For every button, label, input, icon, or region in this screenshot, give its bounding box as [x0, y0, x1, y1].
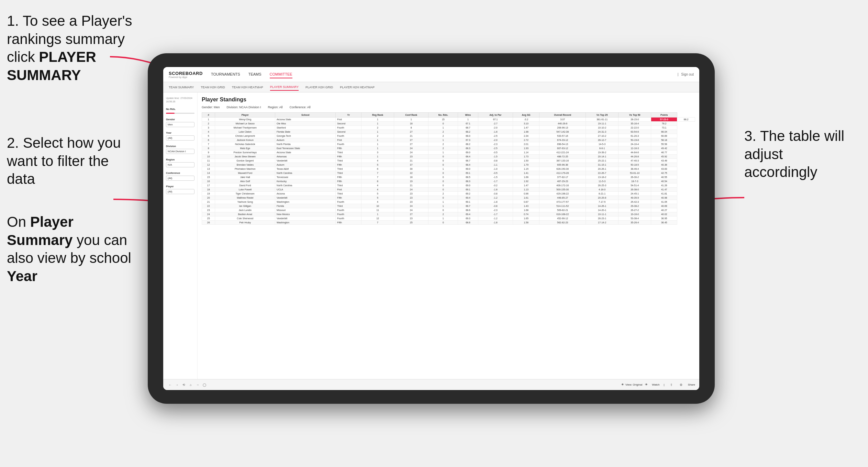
table-cell: 25-22-1 [586, 159, 619, 163]
table-cell: 5 [361, 196, 394, 200]
sidebar-region-select[interactable]: N/A [166, 162, 194, 167]
sidebar-region: Region N/A [166, 158, 194, 167]
sidebar-gender-select[interactable]: Men [166, 122, 194, 127]
table-cell: 26-25-3 [586, 184, 619, 188]
table-cell: Ole Miss [275, 122, 336, 126]
table-cell: 42.75 [651, 171, 677, 175]
table-area: Player Standings Gender: Men Division: N… [198, 92, 699, 379]
table-cell: 14-5-3 [586, 142, 619, 146]
table-cell: 1.65 [513, 216, 539, 221]
sub-nav-player-h2h-heatmap[interactable]: PLAYER H2H HEATMAP [340, 84, 375, 90]
table-cell: 58.18 [651, 138, 677, 142]
toolbar-clock-btn[interactable]: ◯ [202, 382, 207, 388]
table-cell: 7 [361, 221, 394, 225]
sub-nav-team-h2h-heatmap[interactable]: TEAM H2H HEATMAP [232, 84, 263, 90]
toolbar-export-btn[interactable]: ⇧ [669, 382, 674, 388]
table-cell: Arkansas [275, 155, 336, 159]
table-cell: Michael Thorbjornsen [215, 126, 275, 130]
sub-nav-team-summary[interactable]: TEAM SUMMARY [169, 84, 194, 90]
table-cell: 1.92 [513, 179, 539, 184]
table-cell: 377-82-17 [539, 175, 586, 179]
table-cell: 69.1 [458, 188, 478, 192]
table-cell: 41.81 [651, 192, 677, 196]
table-cell: North Carolina [275, 171, 336, 175]
toolbar-forward-btn[interactable]: → [174, 382, 180, 388]
table-cell: 6 [361, 167, 394, 171]
table-cell: 54-51-4 [619, 184, 651, 188]
view-label[interactable]: View: Original [625, 383, 642, 386]
table-cell: Third [336, 192, 361, 196]
table-cell: -1.7 [478, 179, 513, 184]
table-cell: 18 [394, 122, 429, 126]
toolbar-home-btn[interactable]: ⌂ [188, 382, 193, 388]
nav-teams[interactable]: TEAMS [248, 71, 261, 78]
table-cell: 43.83 [651, 167, 677, 171]
table-cell: 22 [394, 171, 429, 175]
toolbar-copy-btn[interactable]: ⎓ [195, 382, 200, 388]
table-cell: 605-96-38 [539, 163, 586, 167]
table-cell: Yashvon Song [215, 200, 275, 204]
instruction-step2-text: 2. Select how you want to filter the dat… [7, 135, 121, 187]
table-cell: 12 [202, 163, 215, 167]
table-cell: Phichaksn Maichon [215, 167, 275, 171]
table-cell: 27 [394, 138, 429, 142]
table-cell: First [336, 188, 361, 192]
sub-nav-player-summary[interactable]: PLAYER SUMMARY [270, 84, 299, 91]
table-row: 21Yashvon SongWashingtonFourth423169.1-1… [202, 200, 695, 204]
sidebar-conference-select[interactable]: (All) [166, 176, 194, 181]
table-cell: 674-33-12 [539, 138, 586, 142]
nav-tournaments[interactable]: TOURNAMENTS [211, 71, 240, 78]
table-cell: 25 [394, 221, 429, 225]
table-cell: 24-10-4 [619, 142, 651, 146]
table-cell: 40.02 [651, 212, 677, 216]
table-cell: 20-26-1 [586, 167, 619, 171]
table-cell: 1 [429, 204, 458, 208]
toolbar-refresh-btn[interactable]: ⟲ [181, 382, 187, 388]
table-cell: Vanderbilt [275, 196, 336, 200]
table-cell: Texas A&M [275, 167, 336, 171]
table-cell: 49.42 [651, 146, 677, 151]
table-cell: -2.3 [478, 142, 513, 146]
table-cell: 1.73 [513, 155, 539, 159]
table-cell: Third [336, 151, 361, 155]
table-row: 13Phichaksn MaichonTexas A&MThird630169.… [202, 167, 695, 171]
table-cell: 61-20-3 [619, 134, 651, 138]
table-cell: Third [336, 171, 361, 175]
filter-division: Division: NCAA Division I [227, 105, 261, 109]
table-cell: 41.47 [651, 188, 677, 192]
table-cell: 3.10 [513, 122, 539, 126]
table-cell: 28-12-7 [586, 138, 619, 142]
table-cell: 49-35-9 [619, 196, 651, 200]
table-cell: 28-15-0 [619, 118, 651, 122]
table-cell: 1 [361, 122, 394, 126]
table-cell: 45.92 [651, 155, 677, 159]
sub-nav-team-h2h-grid[interactable]: TEAM H2H GRID [201, 84, 225, 90]
table-cell: 69.4 [458, 212, 478, 216]
table-cell: Florida [275, 204, 336, 208]
sidebar-player-select[interactable]: (All) [166, 189, 194, 194]
table-row: 7Nicholas GabrelcikNorth FloridaFourth12… [202, 142, 695, 146]
table-cell: 27-10-2 [586, 134, 619, 138]
sidebar-division-select[interactable]: NCAA Division I [166, 149, 194, 154]
table-cell: 23 [394, 196, 429, 200]
table-cell: 69.3 [458, 216, 478, 221]
table-cell: 0 [429, 163, 458, 167]
watch-label[interactable]: Watch [652, 383, 659, 386]
toolbar-settings-btn[interactable]: ⚙ [678, 382, 684, 388]
table-cell: -0.5 [478, 171, 513, 175]
share-label[interactable]: Share [688, 383, 695, 386]
sign-out-link[interactable]: Sign out [681, 73, 694, 76]
table-cell: 69.1 [458, 200, 478, 204]
nav-committee[interactable]: COMMITTEE [270, 71, 292, 78]
table-cell: 46.77 [651, 151, 677, 155]
table-row: 5Christo LamprechtGeorgia TechFourth2212… [202, 134, 695, 138]
instruction-bottom-bold2: Year [7, 268, 37, 284]
table-cell: Gordon Sargent [215, 159, 275, 163]
sub-nav-player-h2h-grid[interactable]: PLAYER H2H GRID [305, 84, 333, 90]
sidebar-year-select[interactable]: (All) [166, 135, 194, 141]
table-row: 17David FordNorth CarolinaThird421069.0-… [202, 184, 695, 188]
sidebar-conference-label: Conference [166, 171, 194, 175]
table-row: 10Jacob Slew-StewenArkansasFifth123068.4… [202, 155, 695, 159]
toolbar-back-btn[interactable]: ← [167, 382, 173, 388]
slider-area[interactable] [166, 113, 194, 114]
